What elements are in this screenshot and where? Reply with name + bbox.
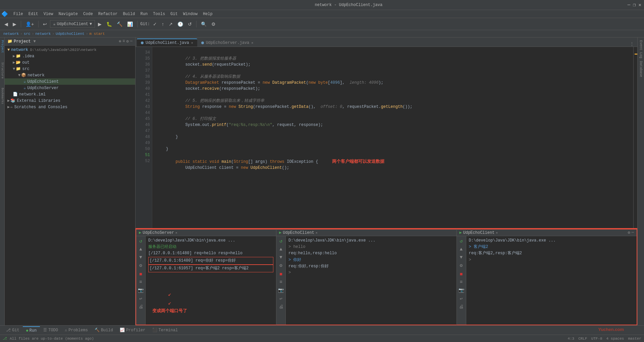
git-push-btn[interactable]: ↗ bbox=[167, 20, 174, 28]
menu-view[interactable]: View bbox=[41, 11, 56, 17]
coverage-btn[interactable]: 📊 bbox=[125, 20, 135, 28]
code-content[interactable]: // 3. 把数据报发给服务器 socket.send(requestPacke… bbox=[152, 47, 633, 228]
search-btn[interactable]: 🔍 bbox=[199, 20, 208, 28]
database-btn[interactable]: Database bbox=[638, 60, 643, 78]
window-controls[interactable]: — ❐ ✕ bbox=[628, 2, 641, 8]
line-ending[interactable]: CRLF bbox=[578, 337, 587, 341]
client2-close-btn[interactable]: ✕ bbox=[496, 231, 498, 235]
menu-run[interactable]: Run bbox=[138, 11, 150, 17]
tree-iml[interactable]: 📄 network.iml bbox=[5, 91, 135, 97]
client2-hide-icon[interactable]: — bbox=[632, 230, 634, 235]
git-update-btn[interactable]: ↑ bbox=[160, 20, 166, 28]
client2-stop-btn[interactable]: ◼ bbox=[459, 270, 463, 277]
menu-window[interactable]: Window bbox=[180, 11, 200, 17]
menu-code[interactable]: Code bbox=[80, 11, 96, 17]
tab-todo[interactable]: ☰ TODO bbox=[40, 326, 61, 334]
bookmarks-icon[interactable]: Bookmarks bbox=[0, 86, 5, 106]
run-config-selector[interactable]: ☕ UdpEchoClient ▼ bbox=[50, 20, 95, 28]
tab-udpechoserver[interactable]: UdpEchoServer.java ✕ bbox=[197, 39, 258, 47]
server-rerun-btn[interactable]: ↺ bbox=[139, 237, 143, 245]
close-btn[interactable]: ✕ bbox=[639, 2, 641, 8]
tab-terminal[interactable]: ⬛ Terminal bbox=[149, 326, 181, 334]
client1-wrap-btn[interactable]: ↩ bbox=[279, 295, 283, 302]
tree-idea[interactable]: ▶ 📁 .idea bbox=[5, 53, 135, 59]
structure-icon[interactable]: Structure bbox=[0, 61, 5, 80]
menu-git[interactable]: Git bbox=[168, 11, 180, 17]
forward-btn[interactable]: ▶ bbox=[11, 20, 18, 28]
settings-btn[interactable]: ⚙ bbox=[210, 20, 217, 28]
tree-root[interactable]: ▼ network D:\study\JavaCode\2023\network bbox=[5, 47, 135, 53]
tab-git[interactable]: ⎇ Git bbox=[3, 326, 23, 334]
server-down-btn[interactable]: ▼ bbox=[139, 254, 143, 261]
menu-tools[interactable]: Tools bbox=[150, 11, 168, 17]
server-camera-btn[interactable]: 📷 bbox=[137, 287, 144, 294]
project-icon[interactable]: Project bbox=[0, 39, 5, 54]
tree-udpechoserver[interactable]: ☕ UdpEchoServer bbox=[5, 85, 135, 91]
client2-format-btn[interactable]: ≡ bbox=[459, 279, 463, 285]
git-check-btn[interactable]: ✓ bbox=[151, 20, 159, 28]
client1-print-btn[interactable]: 🖨 bbox=[278, 303, 284, 310]
client2-settings-icon[interactable]: ⚙ bbox=[628, 230, 630, 235]
menu-help[interactable]: Help bbox=[200, 11, 215, 17]
tree-udpechoclient[interactable]: ☕ UdpEchoClient bbox=[5, 78, 135, 85]
add-project-btn[interactable]: 👤+ bbox=[24, 20, 36, 28]
client2-down-btn[interactable]: ▼ bbox=[459, 254, 463, 261]
breadcrumb-src[interactable]: src bbox=[24, 32, 31, 36]
undo-btn[interactable]: ↩ bbox=[41, 20, 49, 28]
tab-build[interactable]: 🔨 Build bbox=[91, 326, 116, 334]
tab-profiler[interactable]: 📈 Profiler bbox=[116, 326, 149, 334]
project-locate-btn[interactable]: ⊕ bbox=[119, 39, 121, 44]
client2-camera-btn[interactable]: 📷 bbox=[458, 287, 465, 294]
client1-close-btn[interactable]: ✕ bbox=[316, 231, 318, 235]
tab-problems[interactable]: ⚠ Problems bbox=[61, 326, 91, 334]
server-close-btn[interactable]: ✕ bbox=[175, 231, 177, 235]
server-settings-btn[interactable]: ⚙ bbox=[139, 262, 143, 269]
tree-out[interactable]: ▶ 📂 out bbox=[5, 59, 135, 66]
tree-network[interactable]: ▼ 📦 network bbox=[5, 72, 135, 78]
client2-wrap-btn[interactable]: ↩ bbox=[459, 295, 463, 302]
menu-build[interactable]: Build bbox=[120, 11, 138, 17]
server-stop-btn[interactable]: ◼ bbox=[139, 270, 143, 277]
client1-format-btn[interactable]: ≡ bbox=[279, 279, 283, 285]
client1-down-btn[interactable]: ▼ bbox=[279, 254, 283, 261]
back-btn[interactable]: ◀ bbox=[3, 20, 10, 28]
tree-src[interactable]: ▼ 📁 src bbox=[5, 66, 135, 72]
build-btn[interactable]: 🔨 bbox=[115, 20, 124, 28]
client2-print-btn[interactable]: 🖨 bbox=[458, 303, 464, 310]
indent-info[interactable]: 4 spaces bbox=[606, 337, 624, 341]
menu-navigate[interactable]: Navigate bbox=[56, 11, 80, 17]
event-log-btn[interactable]: Event Log bbox=[638, 39, 643, 60]
tree-ext-libs[interactable]: ▶ 📚 External Libraries bbox=[5, 97, 135, 104]
tab-client-close[interactable]: ✕ bbox=[191, 41, 193, 45]
menu-file[interactable]: File bbox=[11, 11, 26, 17]
client2-up-btn[interactable]: ▲ bbox=[459, 246, 463, 253]
git-history-btn[interactable]: 🕐 bbox=[176, 20, 185, 28]
client2-settings-btn[interactable]: ⚙ bbox=[459, 262, 463, 269]
server-wrap-btn[interactable]: ↩ bbox=[139, 295, 143, 302]
project-collapse-btn[interactable]: ≡ bbox=[122, 39, 125, 44]
project-hide-btn[interactable]: — bbox=[130, 39, 132, 44]
server-format-btn[interactable]: ≡ bbox=[139, 279, 143, 285]
minimize-btn[interactable]: — bbox=[628, 2, 630, 8]
client1-up-btn[interactable]: ▲ bbox=[279, 246, 283, 253]
project-settings-btn[interactable]: ⚙ bbox=[126, 39, 129, 44]
tree-scratches[interactable]: ▶ ✏ Scratches and Consoles bbox=[5, 104, 135, 110]
client1-rerun-btn[interactable]: ↺ bbox=[279, 237, 283, 245]
breadcrumb-class[interactable]: UdpEchoClient bbox=[56, 32, 85, 36]
menu-edit[interactable]: Edit bbox=[26, 11, 41, 17]
client1-settings-btn[interactable]: ⚙ bbox=[279, 262, 283, 269]
debug-btn[interactable]: 🐛 bbox=[105, 20, 114, 28]
client2-rerun-btn[interactable]: ↺ bbox=[459, 237, 463, 245]
breadcrumb-network2[interactable]: network bbox=[35, 32, 51, 36]
tab-udpechoclient[interactable]: UdpEchoClient.java ✕ bbox=[137, 39, 197, 47]
server-up-btn[interactable]: ▲ bbox=[139, 246, 143, 253]
maximize-btn[interactable]: ❐ bbox=[633, 2, 636, 8]
cursor-position[interactable]: 4:3 bbox=[568, 337, 574, 341]
git-undo-btn[interactable]: ↺ bbox=[186, 20, 194, 28]
menu-refactor[interactable]: Refactor bbox=[96, 11, 120, 17]
client1-stop-btn[interactable]: ◼ bbox=[279, 270, 283, 277]
client1-camera-btn[interactable]: 📷 bbox=[277, 287, 284, 294]
tab-server-close[interactable]: ✕ bbox=[251, 41, 253, 45]
tab-run[interactable]: Run bbox=[23, 326, 40, 334]
breadcrumb-network[interactable]: network bbox=[3, 32, 19, 36]
